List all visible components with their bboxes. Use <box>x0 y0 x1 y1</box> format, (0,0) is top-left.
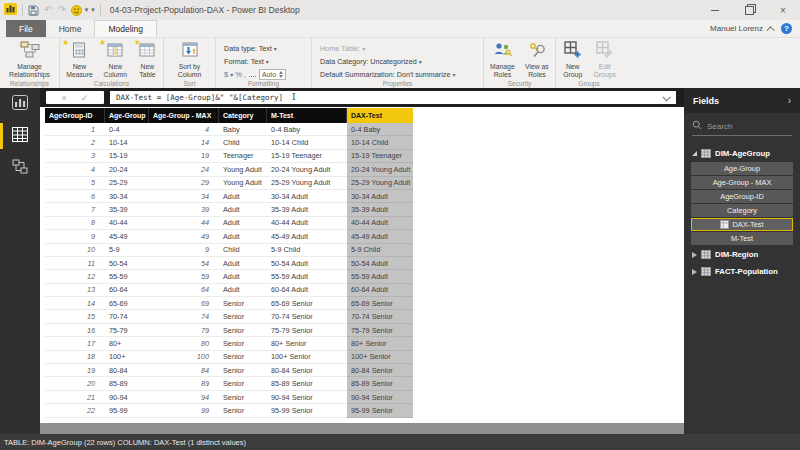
fields-search-box[interactable]: Search <box>692 120 792 136</box>
table-cell[interactable]: 0-4 <box>105 123 149 136</box>
table-cell[interactable]: 3 <box>45 150 105 163</box>
table-cell[interactable]: 85-89 Senior <box>267 377 347 390</box>
table-cell[interactable]: 40-44 Adult <box>347 217 413 230</box>
table-cell[interactable]: Senior <box>219 364 267 377</box>
commit-formula-icon[interactable]: ✓ <box>81 93 89 103</box>
new-table-button[interactable]: ★ New Table <box>134 40 161 79</box>
table-cell[interactable]: 80 <box>149 337 219 350</box>
table-cell[interactable]: 15 <box>45 310 105 323</box>
table-cell[interactable]: 6 <box>45 190 105 203</box>
table-cell[interactable]: 24 <box>149 163 219 176</box>
table-cell[interactable]: 45-49 Adult <box>267 230 347 243</box>
close-button[interactable]: × <box>766 0 800 20</box>
sort-by-column-button[interactable]: Sort by Column <box>166 40 213 79</box>
signed-in-user[interactable]: Manuel Lorenz <box>710 24 763 33</box>
table-cell[interactable]: 100+ <box>105 351 149 364</box>
table-cell[interactable]: 10-14 <box>105 136 149 149</box>
formula-input[interactable]: DAX-Test = [Age-Group]&" "&[Category] I <box>110 91 676 104</box>
table-cell[interactable]: 54 <box>149 257 219 270</box>
table-cell[interactable]: Baby <box>219 123 267 136</box>
table-cell[interactable]: 18 <box>45 351 105 364</box>
table-cell[interactable]: 10-14 Child <box>267 136 347 149</box>
table-cell[interactable]: 90-94 Senior <box>267 391 347 404</box>
table-cell[interactable]: 89 <box>149 377 219 390</box>
home-table-dropdown[interactable]: Home Table:▾ <box>320 42 455 54</box>
expand-icon[interactable] <box>692 269 697 275</box>
table-cell[interactable]: 20-24 Young Adult <box>347 163 413 176</box>
field-item-category[interactable]: Category <box>691 204 793 217</box>
table-cell[interactable]: 39 <box>149 203 219 216</box>
table-cell[interactable]: 80+ Senior <box>267 337 347 350</box>
table-cell[interactable]: 0-4 Baby <box>267 123 347 136</box>
table-cell[interactable]: Senior <box>219 391 267 404</box>
table-cell[interactable]: 80+ <box>105 337 149 350</box>
table-cell[interactable]: 65-69 Senior <box>267 297 347 310</box>
table-cell[interactable]: 80-84 Senior <box>267 364 347 377</box>
column-header-agegroup-id[interactable]: AgeGroup-ID <box>45 108 105 123</box>
field-item-agegroup-id[interactable]: AgeGroup-ID <box>691 190 793 203</box>
table-cell[interactable]: 75-79 <box>105 324 149 337</box>
table-cell[interactable]: 15-19 Teenager <box>347 150 413 163</box>
tab-modeling[interactable]: Modeling <box>94 20 157 37</box>
table-cell[interactable]: Child <box>219 136 267 149</box>
thousands-separator-button[interactable]: , <box>244 70 246 79</box>
table-cell[interactable]: 15-19 <box>105 150 149 163</box>
table-cell[interactable]: 40-44 Adult <box>267 217 347 230</box>
fields-table-dim-agegroup[interactable]: DIM-AgeGroup <box>684 145 800 162</box>
table-cell[interactable]: 40-44 <box>105 217 149 230</box>
table-cell[interactable]: Senior <box>219 297 267 310</box>
table-cell[interactable]: 60-64 <box>105 284 149 297</box>
table-cell[interactable]: 85-89 <box>105 377 149 390</box>
table-cell[interactable]: 12 <box>45 270 105 283</box>
column-header-category[interactable]: Category <box>219 108 267 123</box>
table-cell[interactable]: 35-39 Adult <box>267 203 347 216</box>
edit-groups-button[interactable]: Edit Groups <box>589 40 620 79</box>
table-cell[interactable]: 95-99 Senior <box>347 404 413 417</box>
fields-table-fact-population[interactable]: FACT-Population <box>684 263 800 280</box>
smiley-dropdown-caret-icon[interactable]: ▾ <box>85 6 89 14</box>
percent-format-button[interactable]: % <box>235 70 242 79</box>
table-cell[interactable]: 74 <box>149 310 219 323</box>
table-cell[interactable]: 95-99 Senior <box>267 404 347 417</box>
data-category-dropdown[interactable]: Data Category: Uncategorized▾ <box>320 55 455 67</box>
table-cell[interactable]: Adult <box>219 203 267 216</box>
data-type-dropdown[interactable]: Data type: Text▾ <box>224 42 286 54</box>
table-cell[interactable]: Young Adult <box>219 177 267 190</box>
table-cell[interactable]: 22 <box>45 404 105 417</box>
table-cell[interactable]: 50-54 Adult <box>267 257 347 270</box>
table-cell[interactable]: 80+ Senior <box>347 337 413 350</box>
table-cell[interactable]: 14 <box>45 297 105 310</box>
table-cell[interactable]: 84 <box>149 364 219 377</box>
table-cell[interactable]: 65-69 <box>105 297 149 310</box>
table-cell[interactable]: 100 <box>149 351 219 364</box>
cancel-formula-icon[interactable]: × <box>62 93 67 103</box>
table-cell[interactable]: 35-39 Adult <box>347 203 413 216</box>
table-cell[interactable]: 10 <box>45 244 105 257</box>
table-cell[interactable]: 44 <box>149 217 219 230</box>
field-item-age-group[interactable]: Age-Group <box>691 162 793 175</box>
restore-button[interactable] <box>732 0 766 20</box>
currency-format-button[interactable]: $ <box>224 70 228 79</box>
table-cell[interactable]: 13 <box>45 284 105 297</box>
powerbi-logo-icon[interactable] <box>4 1 17 19</box>
field-item-m-test[interactable]: M-Test <box>691 232 793 245</box>
tab-home[interactable]: Home <box>46 20 95 37</box>
table-cell[interactable]: 49 <box>149 230 219 243</box>
table-cell[interactable]: 5-9 Child <box>267 244 347 257</box>
table-cell[interactable]: 14 <box>149 136 219 149</box>
table-cell[interactable]: 5-9 Child <box>347 244 413 257</box>
table-cell[interactable]: 70-74 Senior <box>267 310 347 323</box>
manage-relationships-button[interactable]: Manage Relationships <box>2 40 57 79</box>
data-view-button[interactable] <box>0 120 40 152</box>
table-cell[interactable]: Teenager <box>219 150 267 163</box>
table-cell[interactable]: 1 <box>45 123 105 136</box>
table-cell[interactable]: 5 <box>45 177 105 190</box>
table-cell[interactable]: 80-84 Senior <box>347 364 413 377</box>
undo-icon[interactable]: ↶ <box>44 5 52 15</box>
table-cell[interactable]: 45-49 Adult <box>347 230 413 243</box>
table-cell[interactable]: 70-74 Senior <box>347 310 413 323</box>
table-cell[interactable]: Senior <box>219 337 267 350</box>
column-header-m-test[interactable]: M-Test <box>267 108 347 123</box>
table-cell[interactable]: Senior <box>219 310 267 323</box>
table-cell[interactable]: 11 <box>45 257 105 270</box>
